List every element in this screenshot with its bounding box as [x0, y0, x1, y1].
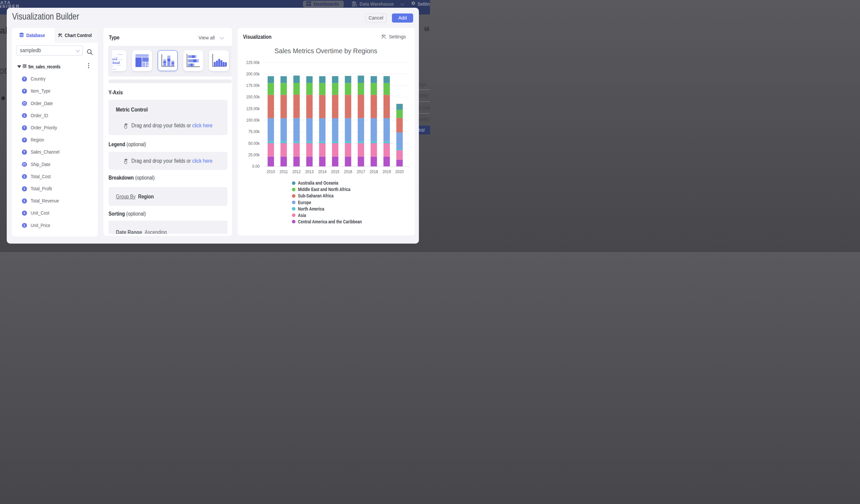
svg-text:2014: 2014 [318, 169, 326, 174]
svg-text:2010: 2010 [267, 169, 275, 174]
svg-text:Word: Word [112, 58, 117, 61]
svg-text:Cloud: Cloud [112, 61, 120, 65]
svg-text:2020: 2020 [395, 169, 404, 174]
svg-text:Social: Social [112, 66, 114, 67]
svg-text:100.00k: 100.00k [246, 118, 259, 123]
svg-text:2013: 2013 [305, 169, 313, 174]
svg-text:Sub-Saharan Africa: Sub-Saharan Africa [298, 193, 334, 199]
svg-text:2018: 2018 [369, 169, 378, 174]
svg-text:iness: iness [112, 55, 113, 57]
svg-text:2016: 2016 [344, 169, 352, 174]
svg-text:Australia and Oceania: Australia and Oceania [298, 180, 338, 186]
svg-text:225.00k: 225.00k [246, 60, 259, 65]
svg-text:Asia: Asia [298, 213, 306, 218]
svg-text:2011: 2011 [280, 169, 288, 174]
svg-text:North America: North America [298, 206, 324, 212]
svg-text:2012: 2012 [292, 169, 301, 174]
svg-text:125.00k: 125.00k [246, 106, 259, 111]
svg-text:Datafinder: Datafinder [112, 69, 117, 70]
svg-text:common: common [117, 65, 121, 66]
svg-text:175.00k: 175.00k [246, 83, 259, 88]
svg-text:Europe: Europe [298, 200, 311, 205]
svg-text:Sales Metrics Overtime by Regi: Sales Metrics Overtime by Regions [274, 47, 377, 55]
svg-text:2019: 2019 [382, 169, 390, 174]
svg-text:Central America and the Caribb: Central America and the Caribbean [298, 219, 362, 225]
svg-text:Middle East and North Africa: Middle East and North Africa [298, 187, 350, 192]
svg-text:200.00k: 200.00k [246, 71, 259, 76]
svg-text:150.00k: 150.00k [246, 94, 259, 99]
svg-text:Analytics: Analytics [118, 54, 123, 55]
svg-text:75.00k: 75.00k [248, 129, 259, 134]
svg-text:25.00k: 25.00k [248, 152, 259, 157]
svg-text:missing: missing [119, 59, 122, 60]
svg-text:2015: 2015 [331, 169, 339, 174]
svg-text:2017: 2017 [357, 169, 365, 174]
svg-text:0.00: 0.00 [252, 164, 259, 169]
svg-text:50.00k: 50.00k [248, 141, 259, 146]
